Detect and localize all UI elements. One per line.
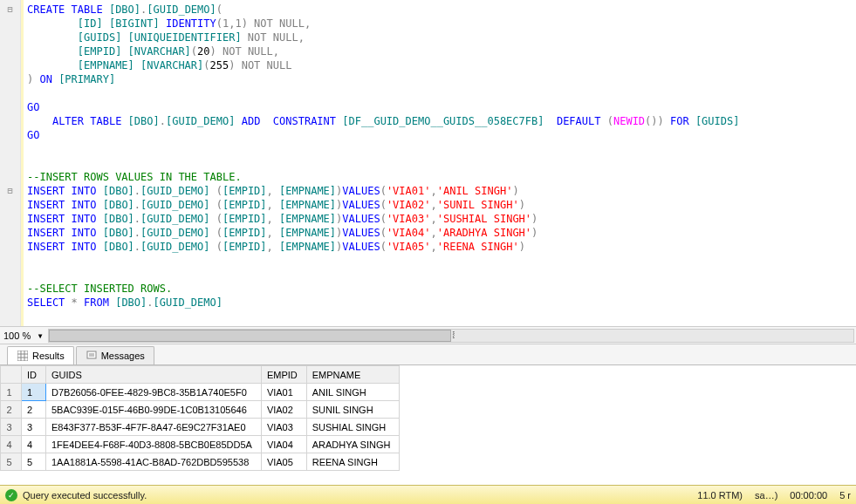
code-line[interactable]: [EMPID] [NVARCHAR](20) NOT NULL, xyxy=(27,44,856,58)
code-line[interactable]: GO xyxy=(27,100,856,114)
sql-code-area[interactable]: CREATE TABLE [DBO].[GUID_DEMO]( [ID] [BI… xyxy=(21,0,856,326)
status-bar: ✓ Query executed successfully. 11.0 RTM)… xyxy=(0,485,856,504)
code-line[interactable]: GO xyxy=(27,128,856,142)
cell[interactable]: ARADHYA SINGH xyxy=(306,436,400,453)
code-line[interactable]: INSERT INTO [DBO].[GUID_DEMO] ([EMPID], … xyxy=(27,212,856,226)
results-grid[interactable]: IDGUIDSEMPIDEMPNAME11D7B26056-0FEE-4829-… xyxy=(0,365,400,471)
status-message: Query executed successfully. xyxy=(23,490,147,501)
code-line[interactable] xyxy=(27,142,856,156)
messages-icon xyxy=(86,350,98,362)
status-server: 11.0 RTM) xyxy=(697,490,743,501)
fold-toggle[interactable] xyxy=(0,212,20,226)
fold-toggle[interactable] xyxy=(0,282,20,296)
row-number[interactable]: 1 xyxy=(1,384,22,401)
fold-toggle[interactable] xyxy=(0,72,20,86)
column-header[interactable]: EMPNAME xyxy=(306,366,400,384)
fold-toggle[interactable] xyxy=(0,58,20,72)
row-number[interactable]: 2 xyxy=(1,401,22,419)
cell[interactable]: 1FE4DEE4-F68F-40D3-8808-5BCB0E85DD5A xyxy=(46,436,262,453)
cell[interactable]: 5 xyxy=(22,453,46,471)
fold-toggle[interactable] xyxy=(0,86,20,100)
code-line[interactable]: INSERT INTO [DBO].[GUID_DEMO] ([EMPID], … xyxy=(27,198,856,212)
tab-messages[interactable]: Messages xyxy=(76,346,154,364)
fold-toggle[interactable] xyxy=(0,254,20,268)
cell[interactable]: VIA02 xyxy=(261,401,306,419)
fold-toggle[interactable] xyxy=(0,268,20,282)
code-line[interactable]: --INSERT ROWS VALUES IN THE TABLE. xyxy=(27,170,856,184)
zoom-level[interactable]: 100 % xyxy=(0,330,34,341)
fold-toggle[interactable] xyxy=(0,100,20,114)
fold-toggle[interactable]: ⊟ xyxy=(0,184,20,198)
column-header[interactable]: GUIDS xyxy=(46,366,262,384)
cell[interactable]: VIA05 xyxy=(261,453,306,471)
row-number[interactable]: 4 xyxy=(1,436,22,453)
fold-toggle[interactable] xyxy=(0,114,20,128)
fold-toggle[interactable] xyxy=(0,31,20,44)
cell[interactable]: 4 xyxy=(22,436,46,453)
status-rows: 5 r xyxy=(839,490,851,501)
cell[interactable]: ANIL SINGH xyxy=(306,384,400,401)
cell[interactable]: E843F377-B53F-4F7F-8A47-6E9C27F31AE0 xyxy=(46,419,262,436)
svg-rect-0 xyxy=(17,351,28,361)
fold-toggle[interactable] xyxy=(0,296,20,310)
results-grid-icon xyxy=(17,350,29,362)
cell[interactable]: 5BAC939E-015F-46B0-99DE-1C0B13105646 xyxy=(46,401,262,419)
fold-toggle[interactable] xyxy=(0,142,20,156)
tab-results-label: Results xyxy=(32,351,65,361)
cell[interactable]: 1 xyxy=(22,384,46,401)
code-line[interactable] xyxy=(27,268,856,282)
column-header[interactable] xyxy=(1,366,22,384)
code-line[interactable]: [ID] [BIGINT] IDENTITY(1,1) NOT NULL, xyxy=(27,17,856,31)
table-row[interactable]: 33E843F377-B53F-4F7F-8A47-6E9C27F31AE0VI… xyxy=(1,419,400,436)
table-row[interactable]: 11D7B26056-0FEE-4829-9BC8-35B1A740E5F0VI… xyxy=(1,384,400,401)
fold-toggle[interactable] xyxy=(0,240,20,254)
cell[interactable]: 2 xyxy=(22,401,46,419)
fold-toggle[interactable] xyxy=(0,170,20,184)
row-number[interactable]: 5 xyxy=(1,453,22,471)
fold-toggle[interactable] xyxy=(0,198,20,212)
cell[interactable]: SUSHIAL SINGH xyxy=(306,419,400,436)
fold-toggle[interactable] xyxy=(0,128,20,142)
cell[interactable]: 3 xyxy=(22,419,46,436)
code-line[interactable]: [EMPNAME] [NVARCHAR](255) NOT NULL xyxy=(27,58,856,72)
fold-toggle[interactable] xyxy=(0,17,20,31)
cell[interactable]: VIA01 xyxy=(261,384,306,401)
fold-toggle[interactable] xyxy=(0,310,20,324)
code-line[interactable]: [GUIDS] [UNIQUEIDENTIFIER] NOT NULL, xyxy=(27,31,856,44)
cell[interactable]: VIA03 xyxy=(261,419,306,436)
cell[interactable]: 1AA1881A-5598-41AC-B8AD-762DBD595538 xyxy=(46,453,262,471)
table-row[interactable]: 441FE4DEE4-F68F-40D3-8808-5BCB0E85DD5AVI… xyxy=(1,436,400,453)
code-line[interactable]: SELECT * FROM [DBO].[GUID_DEMO] xyxy=(27,296,856,310)
table-row[interactable]: 225BAC939E-015F-46B0-99DE-1C0B13105646VI… xyxy=(1,401,400,419)
fold-toggle[interactable] xyxy=(0,156,20,170)
fold-toggle[interactable] xyxy=(0,44,20,58)
cell[interactable]: REENA SINGH xyxy=(306,453,400,471)
code-line[interactable]: CREATE TABLE [DBO].[GUID_DEMO]( xyxy=(27,3,856,17)
zoom-dropdown-icon[interactable]: ▾ xyxy=(34,330,46,342)
scrollbar-marker: ⸾ xyxy=(451,330,455,340)
code-line[interactable] xyxy=(27,156,856,170)
code-line[interactable]: ) ON [PRIMARY] xyxy=(27,72,856,86)
code-line[interactable] xyxy=(27,86,856,100)
fold-gutter[interactable]: ⊟⊟ xyxy=(0,0,21,326)
code-line[interactable]: INSERT INTO [DBO].[GUID_DEMO] ([EMPID], … xyxy=(27,240,856,254)
column-header[interactable]: EMPID xyxy=(261,366,306,384)
fold-toggle[interactable] xyxy=(0,226,20,240)
cell[interactable]: SUNIL SINGH xyxy=(306,401,400,419)
scrollbar-thumb[interactable] xyxy=(49,330,451,342)
code-line[interactable]: ALTER TABLE [DBO].[GUID_DEMO] ADD CONSTR… xyxy=(27,114,856,128)
horizontal-scrollbar[interactable]: ⸾ xyxy=(48,329,854,343)
code-line[interactable]: --SELECT INSERTED ROWS. xyxy=(27,282,856,296)
fold-toggle[interactable]: ⊟ xyxy=(0,3,20,17)
code-line[interactable] xyxy=(27,310,856,324)
column-header[interactable]: ID xyxy=(22,366,46,384)
table-row[interactable]: 551AA1881A-5598-41AC-B8AD-762DBD595538VI… xyxy=(1,453,400,471)
success-icon: ✓ xyxy=(5,489,17,501)
row-number[interactable]: 3 xyxy=(1,419,22,436)
cell[interactable]: VIA04 xyxy=(261,436,306,453)
code-line[interactable] xyxy=(27,254,856,268)
cell[interactable]: D7B26056-0FEE-4829-9BC8-35B1A740E5F0 xyxy=(46,384,262,401)
code-line[interactable]: INSERT INTO [DBO].[GUID_DEMO] ([EMPID], … xyxy=(27,184,856,198)
tab-results[interactable]: Results xyxy=(7,346,74,364)
code-line[interactable]: INSERT INTO [DBO].[GUID_DEMO] ([EMPID], … xyxy=(27,226,856,240)
